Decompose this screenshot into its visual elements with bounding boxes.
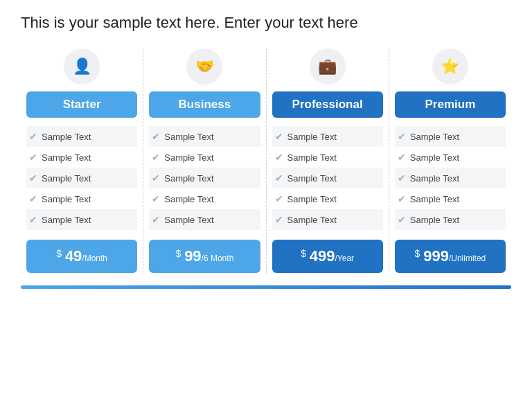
check-icon: ✔: [152, 172, 160, 184]
premium-icon-wrap: ⭐: [432, 48, 468, 85]
plan-col-business: 🤝Business✔Sample Text✔Sample Text✔Sample…: [143, 48, 266, 273]
check-icon: ✔: [398, 172, 406, 184]
list-item: ✔Sample Text: [395, 126, 506, 147]
list-item: ✔Sample Text: [149, 209, 260, 230]
premium-price-button[interactable]: $ 999/Unlimited: [395, 240, 506, 273]
price-period: /Unlimited: [449, 254, 486, 263]
check-icon: ✔: [152, 193, 160, 204]
check-icon: ✔: [398, 152, 406, 163]
list-item: ✔Sample Text: [272, 168, 383, 188]
feature-text: Sample Text: [164, 152, 213, 163]
feature-text: Sample Text: [42, 194, 91, 204]
feature-text: Sample Text: [42, 152, 91, 163]
list-item: ✔Sample Text: [149, 126, 260, 147]
price-dollar-sign: $: [414, 248, 423, 259]
feature-text: Sample Text: [164, 215, 213, 225]
list-item: ✔Sample Text: [272, 188, 383, 209]
premium-badge[interactable]: Premium: [395, 91, 506, 118]
list-item: ✔Sample Text: [395, 147, 506, 168]
feature-text: Sample Text: [164, 194, 213, 204]
plan-col-professional: 💼Professional✔Sample Text✔Sample Text✔Sa…: [267, 48, 389, 273]
check-icon: ✔: [275, 152, 283, 163]
bottom-bar: [21, 285, 511, 289]
list-item: ✔Sample Text: [272, 126, 383, 147]
check-icon: ✔: [275, 172, 283, 184]
price-dollar-sign: $: [175, 248, 184, 259]
price-period: /6 Month: [202, 254, 234, 263]
price-period: /Year: [335, 254, 355, 263]
check-icon: ✔: [275, 214, 283, 225]
list-item: ✔Sample Text: [272, 209, 383, 230]
check-icon: ✔: [275, 193, 283, 204]
business-price-button[interactable]: $ 99/6 Month: [149, 240, 260, 273]
feature-text: Sample Text: [410, 132, 459, 142]
list-item: ✔Sample Text: [272, 147, 383, 168]
feature-text: Sample Text: [287, 215, 337, 225]
check-icon: ✔: [398, 131, 406, 142]
business-icon-wrap: 🤝: [186, 48, 222, 85]
check-icon: ✔: [29, 172, 37, 184]
list-item: ✔Sample Text: [149, 147, 260, 168]
list-item: ✔Sample Text: [26, 147, 137, 168]
business-badge[interactable]: Business: [149, 91, 260, 118]
briefcase-icon: 💼: [318, 57, 337, 76]
handshake-icon: 🤝: [195, 57, 214, 76]
business-features: ✔Sample Text✔Sample Text✔Sample Text✔Sam…: [149, 126, 260, 230]
list-item: ✔Sample Text: [26, 188, 137, 209]
page-title: This is your sample text here. Enter you…: [21, 14, 511, 32]
check-icon: ✔: [29, 214, 37, 225]
feature-text: Sample Text: [410, 194, 459, 204]
list-item: ✔Sample Text: [149, 188, 260, 209]
check-icon: ✔: [152, 214, 160, 225]
feature-text: Sample Text: [42, 173, 91, 184]
check-icon: ✔: [398, 214, 406, 225]
feature-text: Sample Text: [164, 132, 213, 142]
feature-text: Sample Text: [410, 215, 459, 225]
plan-col-starter: 👤Starter✔Sample Text✔Sample Text✔Sample …: [21, 48, 143, 273]
professional-features: ✔Sample Text✔Sample Text✔Sample Text✔Sam…: [272, 126, 383, 230]
price-amount: 49: [65, 247, 82, 265]
list-item: ✔Sample Text: [26, 209, 137, 230]
price-dollar-sign: $: [301, 248, 309, 259]
feature-text: Sample Text: [410, 173, 459, 184]
star-icon: ⭐: [441, 57, 459, 76]
feature-text: Sample Text: [287, 173, 337, 184]
list-item: ✔Sample Text: [395, 209, 506, 230]
list-item: ✔Sample Text: [395, 168, 506, 188]
starter-badge[interactable]: Starter: [26, 91, 137, 118]
feature-text: Sample Text: [42, 215, 91, 225]
starter-features: ✔Sample Text✔Sample Text✔Sample Text✔Sam…: [26, 126, 137, 230]
price-amount: 999: [423, 247, 449, 265]
list-item: ✔Sample Text: [149, 168, 260, 188]
professional-price-button[interactable]: $ 499/Year: [272, 240, 383, 273]
check-icon: ✔: [275, 131, 283, 142]
price-amount: 99: [184, 247, 201, 265]
price-period: /Month: [82, 254, 107, 263]
check-icon: ✔: [29, 131, 37, 142]
list-item: ✔Sample Text: [26, 126, 137, 147]
feature-text: Sample Text: [287, 132, 337, 142]
professional-icon-wrap: 💼: [310, 48, 346, 85]
price-amount: 499: [310, 247, 335, 265]
person-icon: 👤: [73, 57, 91, 76]
check-icon: ✔: [398, 193, 406, 204]
premium-features: ✔Sample Text✔Sample Text✔Sample Text✔Sam…: [395, 126, 506, 230]
feature-text: Sample Text: [287, 194, 337, 204]
check-icon: ✔: [29, 152, 37, 163]
list-item: ✔Sample Text: [395, 188, 506, 209]
starter-icon-wrap: 👤: [64, 48, 100, 85]
pricing-table: 👤Starter✔Sample Text✔Sample Text✔Sample …: [21, 48, 511, 273]
starter-price-button[interactable]: $ 49/Month: [26, 240, 137, 273]
price-dollar-sign: $: [56, 248, 64, 259]
check-icon: ✔: [29, 193, 37, 204]
feature-text: Sample Text: [410, 152, 459, 163]
list-item: ✔Sample Text: [26, 168, 137, 188]
feature-text: Sample Text: [42, 132, 91, 142]
feature-text: Sample Text: [164, 173, 213, 184]
check-icon: ✔: [152, 131, 160, 142]
feature-text: Sample Text: [287, 152, 337, 163]
plan-col-premium: ⭐Premium✔Sample Text✔Sample Text✔Sample …: [389, 48, 511, 273]
professional-badge[interactable]: Professional: [272, 91, 383, 118]
check-icon: ✔: [152, 152, 160, 163]
